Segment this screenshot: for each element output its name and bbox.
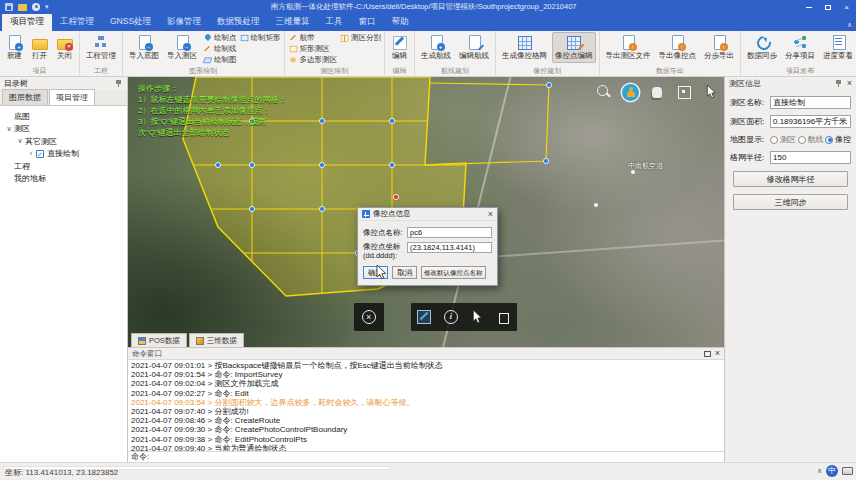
dropdown-arrow-icon[interactable]: ▾ — [45, 3, 49, 11]
bottom-tab-1[interactable]: 三维数据 — [189, 333, 244, 347]
modify-grid-radius-button[interactable]: 修改格网半径 — [733, 171, 848, 187]
float-window-icon[interactable] — [704, 351, 711, 357]
menu-tab-2[interactable]: GNSS处理 — [102, 14, 159, 31]
progress-icon — [830, 34, 847, 50]
chevron-up-icon[interactable]: ∧ — [817, 467, 822, 475]
edit-route-button[interactable]: 编辑航线 — [456, 32, 492, 63]
menu-tab-4[interactable]: 数据预处理 — [209, 14, 268, 31]
rect-survey-button[interactable]: 矩形测区 — [288, 43, 338, 54]
draw-line-button[interactable]: 绘制线 — [202, 43, 237, 54]
map-view[interactable]: 操作步骤：1）鼠标左键选取需要绘制像控点的网格；2）在选中的格网内单击添加像控点… — [128, 77, 724, 347]
save-icon[interactable] — [5, 3, 13, 11]
edit-button[interactable]: 编辑 — [388, 32, 411, 63]
export-pcp-button[interactable]: 导出像控点 — [656, 32, 700, 63]
polygon-survey-button[interactable]: 多边形测区 — [288, 54, 338, 65]
draw-rect-button[interactable]: 绘制矩形 — [239, 32, 281, 43]
extent-icon[interactable] — [675, 83, 693, 101]
display-radio-1[interactable]: 航线 — [798, 134, 824, 145]
export-survey-file-button[interactable]: 导出测区文件 — [603, 32, 654, 63]
import-basemap-button[interactable]: 导入底图 — [126, 32, 162, 63]
chevron-right-icon[interactable]: › — [26, 150, 36, 157]
command-close-icon[interactable]: × — [715, 349, 720, 358]
grid-radius-input[interactable]: 150 — [770, 151, 851, 164]
sync-3d-button[interactable]: 三维同步 — [733, 194, 848, 210]
menu-tab-3[interactable]: 影像管理 — [159, 14, 209, 31]
draw-line-icon — [202, 44, 213, 54]
draw-shape-button[interactable]: 绘制图 — [202, 54, 237, 65]
display-radio-0[interactable]: 测区 — [770, 134, 796, 145]
share-project-button[interactable]: 分享项目 — [782, 32, 818, 63]
import-survey-button[interactable]: 导入测区 — [164, 32, 200, 63]
maximize-icon — [825, 5, 831, 10]
ribbon-group-label: 航线规划 — [417, 66, 493, 76]
folder-icon[interactable] — [18, 4, 27, 11]
info-icon[interactable] — [443, 309, 459, 325]
close-button[interactable]: × — [837, 0, 856, 14]
user-icon[interactable] — [32, 3, 40, 11]
ime-indicator[interactable]: 中 — [826, 465, 838, 477]
catalog-tab-1[interactable]: 项目管理 — [49, 89, 95, 105]
statusbar-tray: ∧ 中 — [817, 465, 853, 477]
menu-tab-1[interactable]: 工程管理 — [52, 14, 102, 31]
cancel-button[interactable]: 取消 — [392, 266, 417, 279]
confirm-button[interactable]: 确定 — [363, 266, 388, 279]
selected-point-marker[interactable] — [393, 194, 398, 199]
dialog-titlebar[interactable]: 像控点信息 × — [358, 208, 497, 221]
tree-item-2[interactable]: ∨其它测区 — [0, 135, 127, 148]
cursor-tool-icon[interactable] — [702, 83, 720, 101]
menu-tab-8[interactable]: 帮助 — [384, 14, 417, 31]
progress-view-button[interactable]: 进度查看 — [820, 32, 856, 63]
checkbox-checked-icon[interactable]: ✓ — [36, 150, 44, 158]
pin-icon[interactable] — [835, 79, 843, 88]
bottom-tab-0[interactable]: POS数据 — [131, 333, 187, 347]
chevron-down-icon[interactable]: ∨ — [4, 125, 14, 133]
minimize-button[interactable] — [799, 0, 818, 14]
chevron-down-icon[interactable]: ∨ — [15, 137, 25, 145]
display-radio-2[interactable]: 像控 — [825, 134, 851, 145]
project-manage-button[interactable]: 工程管理 — [83, 32, 119, 63]
menu-tab-0[interactable]: 项目管理 — [2, 14, 52, 31]
panel-close-icon[interactable]: × — [847, 79, 852, 88]
keyboard-icon[interactable] — [842, 467, 853, 475]
search-icon[interactable] — [595, 83, 613, 101]
open-button[interactable]: 打开 — [28, 32, 51, 63]
tree-item-4[interactable]: 工程 — [0, 160, 127, 173]
pan-hand-icon[interactable] — [648, 83, 666, 101]
edit-tool-icon[interactable] — [416, 309, 432, 325]
cursor-icon[interactable] — [469, 309, 485, 325]
ribbon-collapse-icon[interactable]: ∧ — [847, 21, 852, 29]
menu-tab-5[interactable]: 三维量算 — [268, 14, 318, 31]
tree-item-0[interactable]: 底图 — [0, 110, 127, 123]
pcp-name-input[interactable]: pc6 — [407, 227, 492, 238]
cancel-circle-icon[interactable] — [361, 309, 377, 325]
delete-icon[interactable] — [496, 309, 512, 325]
close-button-ribbon[interactable]: 关闭 — [53, 32, 76, 63]
generate-route-button[interactable]: 生成航线 — [418, 32, 454, 63]
draw-point-button[interactable]: 绘制点 — [202, 32, 237, 43]
close-folder-icon — [56, 34, 73, 50]
menu-tab-6[interactable]: 工具 — [318, 14, 351, 31]
generate-pcp-grid-button[interactable]: 生成像控格网 — [499, 32, 550, 63]
survey-name-input[interactable]: 直接绘制 — [770, 96, 851, 109]
pcp-coord-input[interactable]: (23.1824,113.4141) — [407, 242, 492, 253]
flight-strip-button[interactable]: 航带 — [288, 32, 338, 43]
locate-icon[interactable] — [622, 84, 639, 101]
tree-item-5[interactable]: 我的地标 — [0, 173, 127, 186]
tree-item-3[interactable]: ›✓直接绘制 — [0, 148, 127, 161]
new-button[interactable]: 新建 — [3, 32, 26, 63]
modify-default-name-button[interactable]: 修改默认像控点名称 — [421, 266, 486, 279]
menu-tab-7[interactable]: 窗口 — [351, 14, 384, 31]
pin-icon[interactable] — [115, 79, 123, 88]
log-line-9: 2021-04-07 09:09:40 > 当前为普通绘制状态 — [131, 444, 721, 451]
tree-item-1[interactable]: ∨测区 — [0, 123, 127, 136]
export-step-button[interactable]: 分步导出 — [701, 32, 737, 63]
survey-area-input[interactable]: 0.18936196平方千米 — [770, 115, 851, 128]
data-sync-button[interactable]: 数据同步 — [744, 32, 780, 63]
dialog-close-icon[interactable]: × — [488, 210, 493, 219]
command-log[interactable]: 2021-04-07 09:01:01 > 按Backspace键撤销最后一个绘… — [128, 360, 724, 451]
split-survey-button[interactable]: 测区分割 — [339, 32, 381, 43]
maximize-button[interactable] — [818, 0, 837, 14]
catalog-tab-0[interactable]: 图层数据 — [2, 89, 48, 105]
command-prompt-input[interactable]: 命令: — [128, 451, 724, 462]
pcp-edit-button[interactable]: 像控点编辑 — [552, 32, 596, 63]
